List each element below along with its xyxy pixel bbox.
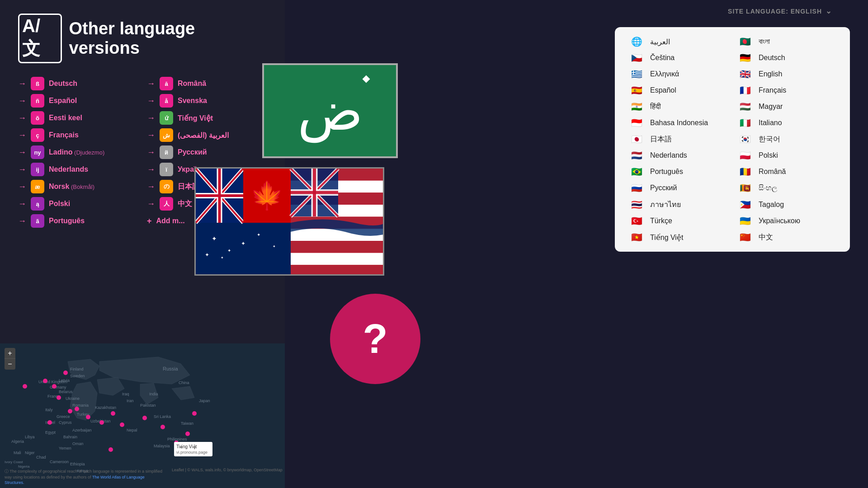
svg-text:Cyprus: Cyprus — [59, 420, 72, 425]
right-lang-name: Italiano — [759, 119, 782, 127]
lang-item-tiếng-việt[interactable]: →ứTiếng Việt — [147, 111, 267, 125]
svg-text:✦: ✦ — [212, 235, 217, 242]
right-lang-item-日本語[interactable]: 🇯🇵日本語 — [628, 134, 728, 145]
arrow-icon: → — [147, 199, 155, 209]
site-language-label: SITE LANGUAGE: ENGLISH — [728, 8, 822, 15]
svg-text:China: China — [179, 380, 189, 385]
flag-icon: 🇫🇷 — [737, 85, 753, 96]
arrow-icon: → — [147, 182, 155, 192]
right-lang-item-tiếng-việt[interactable]: 🇻🇳Tiếng Việt — [628, 232, 728, 243]
question-mark-overlay[interactable]: ? — [330, 294, 420, 384]
site-language-selector[interactable]: SITE LANGUAGE: ENGLISH ⌄ — [728, 7, 832, 15]
svg-text:✦: ✦ — [227, 248, 231, 253]
svg-point-49 — [75, 407, 79, 411]
svg-text:vi.pronouns.page: vi.pronouns.page — [176, 450, 208, 455]
right-lang-name: Čeština — [650, 54, 675, 62]
svg-point-56 — [160, 425, 165, 429]
flag-icon: 🇧🇩 — [737, 36, 753, 47]
lang-badge: ñ — [31, 94, 44, 108]
arrow-icon: → — [147, 113, 155, 123]
right-lang-item-සිංහල[interactable]: 🇱🇰සිංහල — [737, 183, 836, 193]
right-lang-item-українською[interactable]: 🇺🇦Українською — [737, 216, 836, 226]
title-icon: A/文 — [18, 14, 62, 63]
svg-point-53 — [111, 411, 115, 416]
lang-item-svenska[interactable]: →åSvenska — [147, 94, 267, 108]
lang-item-norsk[interactable]: →æNorsk (Bokmål) — [18, 180, 138, 193]
right-lang-item-বাংলা[interactable]: 🇧🇩বাংলা — [737, 36, 836, 47]
zoom-out-button[interactable]: − — [5, 359, 15, 370]
right-lang-name: Tiếng Việt — [650, 233, 683, 242]
svg-text:✦: ✦ — [257, 232, 260, 237]
right-lang-item-magyar[interactable]: 🇭🇺Magyar — [737, 101, 836, 112]
right-lang-item-italiano[interactable]: 🇮🇹Italiano — [737, 117, 836, 128]
right-lang-item-français[interactable]: 🇫🇷Français — [737, 85, 836, 96]
svg-text:Bahrain: Bahrain — [63, 435, 77, 439]
lang-name: Español — [49, 97, 77, 105]
right-lang-name: Español — [650, 86, 676, 94]
right-lang-item-العربية[interactable]: 🌐العربية — [628, 36, 728, 47]
right-lang-item-한국어[interactable]: 🇰🇷한국어 — [737, 134, 836, 145]
flag-icon: 🇮🇳 — [628, 101, 645, 112]
flag-icon: 🇷🇴 — [737, 166, 753, 177]
lang-item-ladino[interactable]: →nyLadino (Djudezmo) — [18, 145, 138, 159]
question-mark-icon: ? — [363, 319, 388, 359]
right-lang-item-tagalog[interactable]: 🇵🇭Tagalog — [737, 199, 836, 210]
right-lang-item-ภาษาไทย[interactable]: 🇹🇭ภาษาไทย — [628, 199, 728, 210]
map-background: Russia Iraq Iran Pakistan India China Ja… — [0, 343, 285, 488]
page-title: Other language versions — [69, 19, 267, 58]
lang-item-eesti-keel[interactable]: →õEesti keel — [18, 111, 138, 125]
lang-name: Add m... — [156, 217, 185, 225]
right-lang-item-español[interactable]: 🇪🇸Español — [628, 85, 728, 96]
map-note: ⓘ The complexity of geographical reach o… — [5, 469, 163, 486]
arrow-icon: → — [18, 131, 26, 140]
flag-icon: 🇻🇳 — [628, 232, 645, 243]
lang-item-română[interactable]: →ăRomână — [147, 77, 267, 90]
right-lang-item-română[interactable]: 🇷🇴Română — [737, 166, 836, 177]
right-lang-item-deutsch[interactable]: 🇩🇪Deutsch — [737, 52, 836, 63]
svg-text:Algeria: Algeria — [11, 439, 24, 444]
svg-text:Cameroon: Cameroon — [50, 460, 69, 464]
right-lang-item-中文[interactable]: 🇨🇳中文 — [737, 232, 836, 243]
svg-text:✦: ✦ — [221, 256, 224, 260]
lang-item-nederlands[interactable]: →ijNederlands — [18, 163, 138, 176]
right-lang-name: বাংলা — [759, 38, 770, 46]
lang-item-العربية-(الفصحى)[interactable]: →شالعربية (الفصحى) — [147, 128, 267, 142]
svg-rect-93 — [291, 253, 384, 265]
svg-text:Niger: Niger — [25, 450, 35, 455]
right-lang-item-русский[interactable]: 🇷🇺Русский — [628, 183, 728, 193]
right-lang-item-english[interactable]: 🇬🇧English — [737, 69, 836, 80]
right-lang-item-हिंदी[interactable]: 🇮🇳हिंदी — [628, 101, 728, 112]
arrow-icon: → — [18, 113, 26, 123]
lang-item-español[interactable]: →ñEspañol — [18, 94, 138, 108]
svg-text:Tiếng Việt: Tiếng Việt — [176, 444, 197, 449]
composite-flag-svg: 🍁 ✦ ✦ ✦ ✦ ✦ ✦ ✦ — [196, 169, 384, 276]
right-lang-item-português[interactable]: 🇧🇷Português — [628, 166, 728, 177]
flag-icon: 🇬🇷 — [628, 69, 645, 80]
lang-item-deutsch[interactable]: →ßDeutsch — [18, 77, 138, 90]
lang-badge: ß — [31, 77, 44, 90]
right-lang-item-nederlands[interactable]: 🇳🇱Nederlands — [628, 150, 728, 161]
flag-icon: 🇮🇩 — [628, 117, 645, 128]
svg-point-55 — [142, 416, 147, 420]
flag-icon: 🇺🇦 — [737, 216, 753, 226]
lang-item-português[interactable]: →ãPortuguês — [18, 214, 138, 228]
right-lang-item-bahasa-indonesia[interactable]: 🇮🇩Bahasa Indonesia — [628, 117, 728, 128]
right-lang-name: Polski — [759, 151, 778, 160]
right-lang-item-ελληνικά[interactable]: 🇬🇷Ελληνικά — [628, 69, 728, 80]
lang-badge: ă — [160, 77, 173, 90]
svg-text:Pakistan: Pakistan — [140, 403, 156, 408]
lang-item-русский[interactable]: →йРусский — [147, 145, 267, 159]
lang-item-français[interactable]: →çFrançais — [18, 128, 138, 142]
svg-point-54 — [120, 422, 124, 427]
svg-text:Taiwan: Taiwan — [181, 421, 193, 426]
right-lang-item-polski[interactable]: 🇵🇱Polski — [737, 150, 836, 161]
arabic-character: ض — [297, 80, 363, 142]
zoom-in-button[interactable]: + — [5, 348, 15, 359]
right-lang-item-čeština[interactable]: 🇨🇿Čeština — [628, 52, 728, 63]
right-lang-item-türkçe[interactable]: 🇹🇷Türkçe — [628, 216, 728, 226]
lang-item-polski[interactable]: →ąPolski — [18, 197, 138, 211]
flag-icon: 🇮🇹 — [737, 117, 753, 128]
svg-text:Greece: Greece — [57, 414, 70, 419]
flag-icon: 🇯🇵 — [628, 134, 645, 145]
arrow-icon: → — [18, 199, 26, 209]
